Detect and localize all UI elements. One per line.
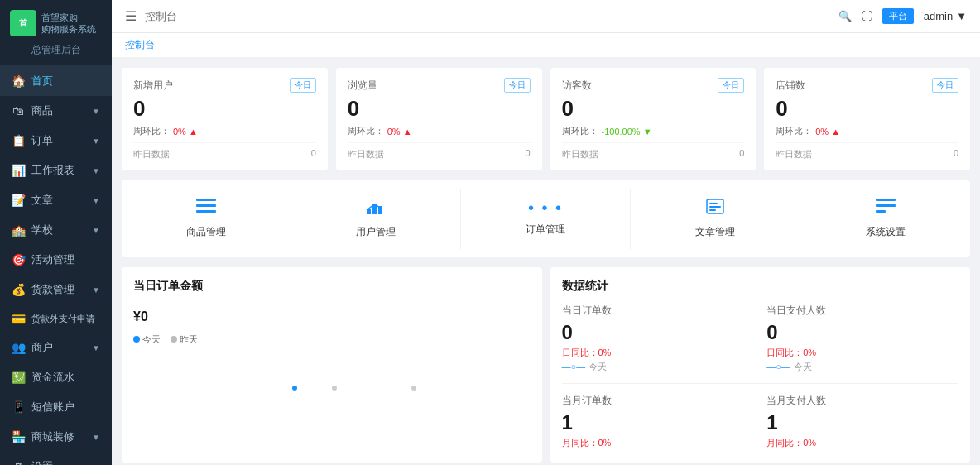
chevron-down-icon: ▼ (92, 343, 100, 352)
admin-name[interactable]: admin ▼ (924, 10, 967, 22)
sidebar-item-products[interactable]: 🛍 商品 ▼ (0, 96, 112, 126)
topbar: ☰ 控制台 🔍 ⛶ 平台 admin ▼ (112, 0, 980, 33)
monthly-orders-change: 月同比：0% (562, 437, 754, 449)
sidebar-item-sms[interactable]: 📱 短信账户 (0, 392, 112, 422)
sidebar: 首 首望家购购物服务系统 总管理后台 🏠 首页 🛍 商品 ▼ 📋 订单 ▼ 📊 … (0, 0, 112, 465)
products-nav-icon (196, 199, 216, 220)
nav-label-system: 系统设置 (866, 225, 906, 239)
stat-title: 浏览量 (348, 79, 377, 93)
sidebar-item-label: 商城装修 (31, 429, 74, 444)
quick-nav-users[interactable]: 用户管理 (291, 189, 461, 249)
stat-card-stores: 店铺数 今日 0 周环比：0% ▲ 昨日数据 0 (764, 68, 970, 170)
data-stats-title: 数据统计 (562, 279, 959, 294)
topbar-left: ☰ 控制台 (125, 8, 829, 24)
stat-card-visitors: 访客数 今日 0 周环比：-100.00% ▼ 昨日数据 0 (550, 68, 757, 170)
nav-label-articles: 文章管理 (695, 225, 735, 239)
monthly-payers-value: 1 (766, 411, 958, 435)
change-value: 0% ▲ (815, 127, 840, 137)
sidebar-item-finance[interactable]: 💹 资金流水 (0, 362, 112, 392)
sidebar-item-activity[interactable]: 🎯 活动管理 (0, 245, 112, 275)
menu-toggle-icon[interactable]: ☰ (125, 8, 137, 24)
sidebar-item-label: 商户 (31, 340, 53, 355)
chevron-down-icon: ▼ (92, 226, 100, 235)
daily-orders-stat: 当日订单数 0 日同比：0% —○— 今天 (562, 304, 754, 373)
merchant-icon: 👥 (12, 341, 25, 354)
sidebar-subtitle: 总管理后台 (0, 43, 112, 66)
nav-label-users: 用户管理 (356, 225, 396, 239)
daily-payers-value: 0 (766, 321, 958, 345)
sidebar-menu: 🏠 首页 🛍 商品 ▼ 📋 订单 ▼ 📊 工作报表 ▼ 📝 文章 ▼ 🏫 学校 … (0, 66, 112, 465)
stat-title: 访客数 (562, 79, 592, 93)
chevron-down-icon: ▼ (956, 10, 967, 22)
reports-icon: 📊 (12, 164, 25, 177)
quick-nav-articles[interactable]: 文章管理 (631, 189, 800, 249)
stat-change: 周环比：0% ▲ (776, 125, 958, 137)
sidebar-item-reports[interactable]: 📊 工作报表 ▼ (0, 156, 112, 185)
sidebar-item-home[interactable]: 🏠 首页 (0, 66, 112, 96)
change-value: -100.00% ▼ (602, 127, 652, 137)
sidebar-item-label: 学校 (31, 223, 53, 237)
finance-icon: 💹 (12, 371, 25, 384)
svg-rect-2 (196, 210, 216, 213)
svg-rect-12 (876, 210, 886, 213)
svg-rect-10 (876, 199, 896, 201)
sidebar-item-decoration[interactable]: 🏪 商城装修 ▼ (0, 422, 112, 452)
articles-nav-icon (705, 199, 725, 220)
stat-value: 0 (133, 96, 316, 122)
sidebar-item-label: 商品 (31, 103, 53, 118)
svg-rect-1 (196, 204, 216, 207)
sidebar-item-school[interactable]: 🏫 学校 ▼ (0, 215, 112, 245)
svg-rect-11 (876, 204, 896, 207)
chevron-down-icon: ▼ (92, 137, 100, 146)
payment-icon: 💳 (12, 312, 25, 325)
sidebar-item-label: 短信账户 (31, 400, 74, 415)
sidebar-item-label: 首页 (31, 74, 53, 89)
sidebar-item-label: 货款外支付申请 (31, 313, 95, 325)
daily-orders-value: 0 (562, 321, 754, 345)
quick-nav-products[interactable]: 商品管理 (122, 189, 291, 249)
sidebar-item-label: 设置 (31, 459, 53, 465)
search-icon[interactable]: 🔍 (838, 10, 852, 22)
fullscreen-icon[interactable]: ⛶ (862, 10, 872, 22)
sidebar-item-cargo[interactable]: 💰 货款管理 ▼ (0, 275, 112, 304)
orders-nav-icon: • • • (528, 199, 563, 218)
daily-payers-label: 当日支付人数 (766, 304, 958, 318)
topbar-title: 控制台 (145, 9, 177, 24)
monthly-orders-stat: 当月订单数 1 月同比：0% (562, 394, 754, 451)
articles-icon: 📝 (12, 194, 25, 207)
today-badge: 今日 (504, 78, 531, 93)
daily-orders-change: 日同比：0% (562, 347, 754, 359)
today-badge: 今日 (290, 78, 316, 93)
change-value: 0% ▲ (387, 127, 412, 137)
data-stats-monthly-grid: 当月订单数 1 月同比：0% 当月支付人数 1 月同比：0% (562, 394, 959, 451)
quick-nav-orders[interactable]: • • • 订单管理 (461, 189, 631, 249)
daily-payers-stat: 当日支付人数 0 日同比：0% —○— 今天 (766, 304, 958, 373)
svg-rect-0 (196, 199, 216, 201)
activity-icon: 🎯 (12, 253, 25, 266)
sidebar-item-label: 订单 (31, 133, 53, 148)
content-area: 新增用户 今日 0 周环比：0% ▲ 昨日数据 0 浏览量 今日 0 (112, 58, 980, 465)
stat-title: 新增用户 (133, 79, 173, 93)
svg-rect-7 (709, 203, 718, 204)
main-content: ☰ 控制台 🔍 ⛶ 平台 admin ▼ 控制台 新增用户 今日 0 (112, 0, 980, 465)
stat-change: 周环比：0% ▲ (348, 125, 531, 137)
logo-text: 首望家购购物服务系统 (41, 12, 96, 36)
sidebar-item-label: 文章 (31, 193, 53, 208)
quick-nav-system[interactable]: 系统设置 (800, 189, 970, 249)
daily-orders-label: 当日订单数 (562, 304, 754, 318)
decoration-icon: 🏪 (12, 430, 25, 443)
sidebar-item-payment[interactable]: 💳 货款外支付申请 (0, 304, 112, 333)
sidebar-item-merchant[interactable]: 👥 商户 ▼ (0, 333, 112, 362)
school-icon: 🏫 (12, 223, 25, 237)
sidebar-item-settings[interactable]: ⚙ 设置 ▼ (0, 452, 112, 465)
sidebar-item-orders[interactable]: 📋 订单 ▼ (0, 126, 112, 156)
topbar-right: 🔍 ⛶ 平台 admin ▼ (838, 8, 967, 24)
order-card-title: 当日订单金额 (133, 279, 531, 294)
stat-yesterday: 昨日数据 0 (348, 142, 531, 161)
stat-title: 店铺数 (776, 79, 805, 93)
sidebar-item-articles[interactable]: 📝 文章 ▼ (0, 185, 112, 215)
system-nav-icon (876, 199, 896, 220)
chevron-down-icon: ▼ (92, 433, 100, 442)
orders-icon: 📋 (12, 134, 25, 147)
stat-yesterday: 昨日数据 0 (776, 142, 958, 161)
